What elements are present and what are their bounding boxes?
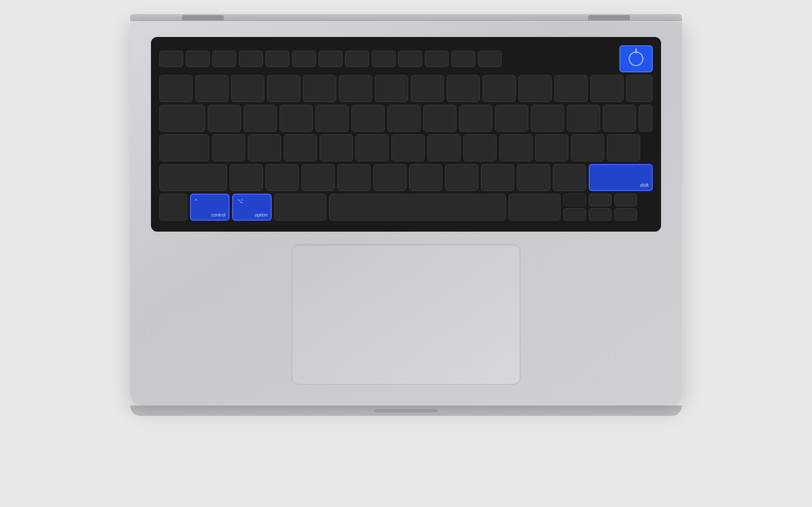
key-lbracket[interactable] (567, 105, 600, 132)
key-rshift[interactable]: shift (589, 164, 653, 191)
key-comma[interactable] (481, 164, 514, 191)
key-slash[interactable] (553, 164, 586, 191)
key-power[interactable] (619, 45, 653, 72)
key-h[interactable] (391, 134, 425, 161)
key-l[interactable] (499, 134, 532, 161)
key-rcmd[interactable] (509, 194, 561, 221)
key-5[interactable] (339, 75, 372, 102)
key-a[interactable] (212, 134, 245, 161)
key-fn-right1[interactable] (589, 194, 612, 206)
key-minus[interactable] (554, 75, 588, 102)
key-0[interactable] (518, 75, 552, 102)
hinge-notch-left (182, 15, 224, 20)
trackpad[interactable] (291, 244, 521, 385)
key-arrow-down[interactable] (589, 208, 612, 221)
key-backslash[interactable] (607, 134, 640, 161)
key-arrow-right[interactable] (614, 208, 637, 221)
key-7[interactable] (411, 75, 444, 102)
key-enter[interactable] (639, 105, 653, 132)
key-f5[interactable] (292, 50, 316, 67)
key-f3[interactable] (239, 50, 263, 67)
key-f11[interactable] (451, 50, 475, 67)
key-b[interactable] (373, 164, 407, 191)
key-3[interactable] (267, 75, 300, 102)
key-o[interactable] (495, 105, 528, 132)
key-z[interactable] (230, 164, 263, 191)
key-y[interactable] (387, 105, 421, 132)
key-f1[interactable] (186, 50, 210, 67)
key-f[interactable] (320, 134, 353, 161)
chin-notch (375, 409, 437, 412)
laptop-chin (130, 405, 682, 416)
key-rbracket[interactable] (603, 105, 636, 132)
laptop-hinge (130, 14, 682, 21)
key-r[interactable] (315, 105, 349, 132)
key-f4[interactable] (265, 50, 289, 67)
key-m[interactable] (445, 164, 478, 191)
key-semicolon[interactable] (535, 134, 568, 161)
key-g[interactable] (356, 134, 389, 161)
number-row (159, 75, 653, 102)
key-q[interactable] (208, 105, 241, 132)
key-1[interactable] (195, 75, 229, 102)
key-space[interactable] (329, 194, 506, 221)
key-c[interactable] (301, 164, 335, 191)
key-f8[interactable] (372, 50, 396, 67)
key-backspace[interactable] (626, 75, 653, 102)
modifier-row: ^ control ⌥ option (159, 194, 653, 221)
key-f6[interactable] (319, 50, 342, 67)
key-lshift[interactable] (159, 164, 227, 191)
key-f12[interactable] (478, 50, 502, 67)
key-n[interactable] (409, 164, 442, 191)
key-i[interactable] (459, 105, 492, 132)
key-9[interactable] (483, 75, 516, 102)
key-4[interactable] (303, 75, 336, 102)
key-control-label: control (211, 212, 225, 218)
key-f7[interactable] (345, 50, 369, 67)
key-control[interactable]: ^ control (190, 194, 230, 221)
qwerty-row (159, 105, 653, 132)
key-arrow-left[interactable] (563, 208, 586, 221)
key-esc[interactable] (159, 50, 183, 67)
key-tab[interactable] (159, 105, 205, 132)
key-e[interactable] (280, 105, 313, 132)
keyboard: shift ^ control ⌥ option (151, 37, 661, 232)
laptop: shift ^ control ⌥ option (120, 14, 692, 493)
laptop-body: shift ^ control ⌥ option (130, 21, 682, 405)
key-v[interactable] (337, 164, 371, 191)
key-lcmd[interactable] (274, 194, 326, 221)
key-f9[interactable] (398, 50, 422, 67)
key-backtick[interactable] (159, 75, 193, 102)
zxcv-row: shift (159, 164, 653, 191)
key-j[interactable] (427, 134, 461, 161)
option-icon: ⌥ (237, 198, 244, 205)
hinge-notch-right (588, 15, 630, 20)
control-icon: ^ (195, 198, 197, 204)
fn-row (159, 45, 653, 72)
key-fn-right2[interactable] (614, 194, 637, 206)
key-x[interactable] (265, 164, 299, 191)
key-period[interactable] (517, 164, 550, 191)
key-fn-bottom[interactable] (159, 194, 187, 221)
key-p[interactable] (531, 105, 564, 132)
key-option[interactable]: ⌥ option (232, 194, 272, 221)
key-f2[interactable] (212, 50, 236, 67)
key-2[interactable] (231, 75, 264, 102)
key-d[interactable] (284, 134, 317, 161)
key-t[interactable] (351, 105, 385, 132)
key-8[interactable] (447, 75, 480, 102)
key-u[interactable] (423, 105, 456, 132)
key-k[interactable] (463, 134, 497, 161)
key-rshift-label: shift (640, 183, 649, 188)
arrow-top-row (563, 194, 637, 206)
key-quote[interactable] (571, 134, 604, 161)
key-s[interactable] (248, 134, 281, 161)
key-equals[interactable] (590, 75, 624, 102)
key-6[interactable] (375, 75, 408, 102)
key-w[interactable] (244, 105, 277, 132)
arrow-bottom-row (563, 208, 637, 221)
key-f10[interactable] (425, 50, 449, 67)
key-caps[interactable] (159, 134, 209, 161)
key-option-label: option (255, 212, 268, 218)
power-icon (629, 52, 643, 66)
